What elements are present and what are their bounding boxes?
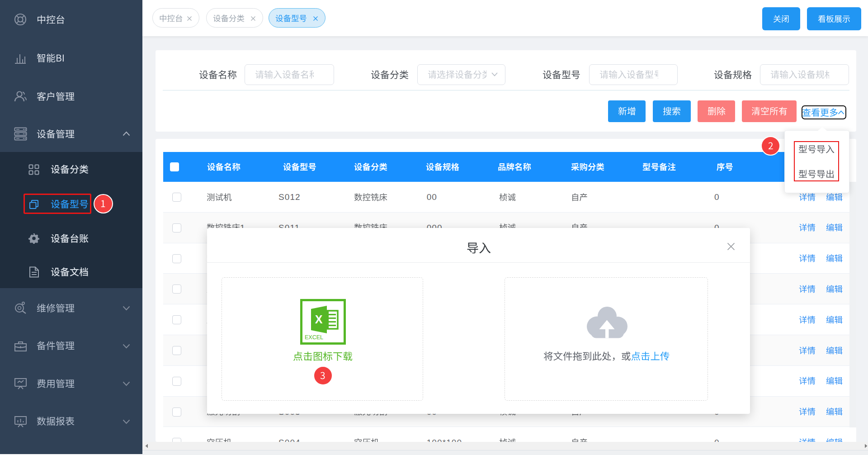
svg-text:EXCEL: EXCEL <box>305 334 323 341</box>
svg-text:X: X <box>315 313 323 326</box>
